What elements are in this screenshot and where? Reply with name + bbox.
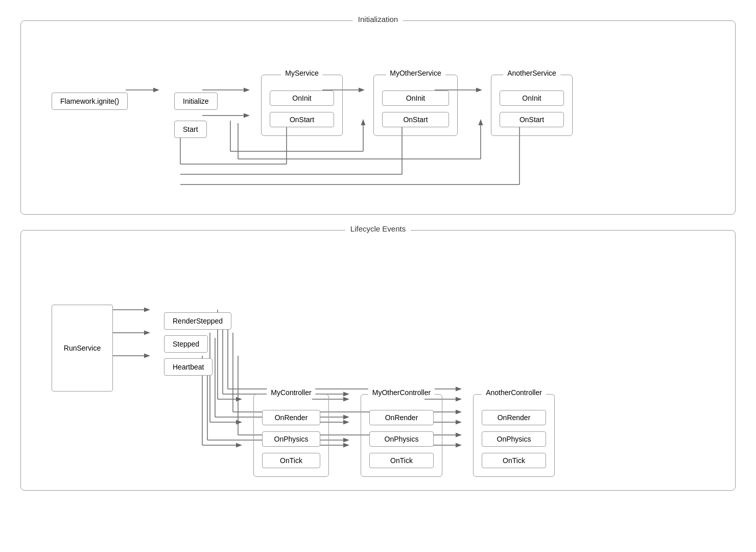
myotherservice-group: MyOtherService OnInit OnStart — [373, 75, 458, 136]
anothercontroller-group: AnotherController OnRender OnPhysics OnT… — [473, 394, 555, 477]
initialization-title: Initialization — [353, 15, 403, 24]
anothercontroller-title: AnotherController — [482, 388, 546, 397]
myothercontroller-ontick: OnTick — [369, 453, 434, 468]
myothercontroller-onrender: OnRender — [369, 410, 434, 425]
renderstepped-node: RenderStepped — [164, 312, 231, 330]
main-container: Initialization — [10, 10, 746, 501]
anotherservice-oninit: OnInit — [500, 90, 564, 106]
myothercontroller-onphysics: OnPhysics — [369, 431, 434, 447]
anotherservice-onstart: OnStart — [500, 112, 564, 127]
stepped-node: Stepped — [164, 335, 208, 353]
myservice-onstart: OnStart — [270, 112, 334, 127]
myothercontroller-group: MyOtherController OnRender OnPhysics OnT… — [361, 394, 442, 477]
anothercontroller-ontick: OnTick — [482, 453, 546, 468]
lifecycle-title: Lifecycle Events — [345, 224, 411, 233]
mycontroller-title: MyController — [267, 388, 315, 397]
mycontroller-group: MyController OnRender OnPhysics OnTick — [253, 394, 329, 477]
start-node: Start — [174, 121, 207, 138]
myotherservice-title: MyOtherService — [386, 69, 445, 77]
mycontroller-onphysics: OnPhysics — [262, 431, 320, 447]
myothercontroller-title: MyOtherController — [368, 388, 435, 397]
initialization-section: Initialization — [20, 20, 736, 215]
anothercontroller-onphysics: OnPhysics — [482, 431, 546, 447]
myotherservice-onstart: OnStart — [382, 112, 449, 127]
mycontroller-ontick: OnTick — [262, 453, 320, 468]
anothercontroller-onrender: OnRender — [482, 410, 546, 425]
heartbeat-node: Heartbeat — [164, 358, 212, 376]
flamework-node: Flamework.ignite() — [52, 93, 128, 110]
anotherservice-group: AnotherService OnInit OnStart — [491, 75, 573, 136]
anotherservice-title: AnotherService — [503, 69, 560, 77]
lifecycle-section: Lifecycle Events — [20, 230, 736, 491]
myservice-oninit: OnInit — [270, 90, 334, 106]
myservice-title: MyService — [281, 69, 322, 77]
initialize-node: Initialize — [174, 93, 218, 110]
runservice-node: RunService — [52, 305, 113, 392]
myotherservice-oninit: OnInit — [382, 90, 449, 106]
mycontroller-onrender: OnRender — [262, 410, 320, 425]
myservice-group: MyService OnInit OnStart — [261, 75, 343, 136]
